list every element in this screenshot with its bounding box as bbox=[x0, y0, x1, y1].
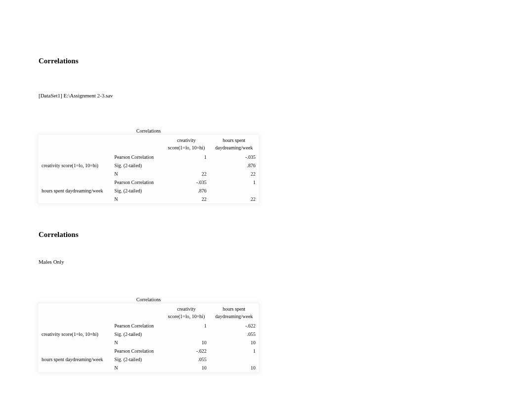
stat-label-n: N bbox=[111, 364, 163, 372]
cell-value: 1 bbox=[210, 347, 259, 355]
table-row: hours spent daydreaming/week Pearson Cor… bbox=[39, 347, 259, 355]
blank-header bbox=[111, 304, 163, 322]
stat-label-n: N bbox=[111, 195, 163, 203]
cell-value bbox=[164, 161, 210, 170]
cell-value: 1 bbox=[210, 178, 259, 187]
cell-value: 10 bbox=[164, 364, 210, 372]
table-header-row: creativity score(1=lo, 10=hi) hours spen… bbox=[39, 135, 259, 153]
table-row: creativity score(1=lo, 10=hi) Pearson Co… bbox=[39, 153, 259, 161]
stat-label-sig: Sig. (2-tailed) bbox=[111, 161, 163, 170]
blank-header bbox=[111, 135, 163, 153]
cell-value: 22 bbox=[164, 170, 210, 178]
cell-value: -.035 bbox=[164, 178, 210, 187]
cell-value: .876 bbox=[164, 187, 210, 195]
row-var-label: creativity score(1=lo, 10=hi) bbox=[39, 153, 111, 178]
table-row: creativity score(1=lo, 10=hi) Pearson Co… bbox=[39, 322, 259, 330]
page-content: Correlations [DataSet1] E:\Assignment 2-… bbox=[39, 0, 488, 372]
cell-value: 10 bbox=[210, 364, 259, 372]
cell-value: 22 bbox=[164, 195, 210, 203]
blank-header bbox=[39, 135, 111, 153]
blank-header bbox=[39, 304, 111, 322]
row-var-label: creativity score(1=lo, 10=hi) bbox=[39, 322, 111, 347]
col-header-daydreaming: hours spent daydreaming/week bbox=[210, 304, 259, 322]
cell-value: .055 bbox=[164, 355, 210, 364]
stat-label-pearson: Pearson Correlation bbox=[111, 322, 163, 330]
col-header-daydreaming: hours spent daydreaming/week bbox=[210, 135, 259, 153]
correlations-table-1-wrap: Correlations creativity score(1=lo, 10=h… bbox=[39, 128, 259, 203]
row-var-label: hours spent daydreaming/week bbox=[39, 178, 111, 203]
stat-label-n: N bbox=[111, 170, 163, 178]
stat-label-pearson: Pearson Correlation bbox=[111, 178, 163, 187]
bottom-fade bbox=[0, 405, 525, 420]
correlations-table-2: creativity score(1=lo, 10=hi) hours spen… bbox=[39, 304, 259, 372]
stat-label-sig: Sig. (2-tailed) bbox=[111, 330, 163, 338]
stat-label-pearson: Pearson Correlation bbox=[111, 153, 163, 161]
cell-value: 1 bbox=[164, 153, 210, 161]
correlations-table-1: creativity score(1=lo, 10=hi) hours spen… bbox=[39, 135, 259, 203]
cell-value: -.035 bbox=[210, 153, 259, 161]
section1-heading: Correlations bbox=[39, 57, 488, 65]
cell-value: 10 bbox=[210, 338, 259, 347]
cell-value: .876 bbox=[210, 161, 259, 170]
table-row: hours spent daydreaming/week Pearson Cor… bbox=[39, 178, 259, 187]
cell-value: .055 bbox=[210, 330, 259, 338]
cell-value bbox=[210, 187, 259, 195]
cell-value: 10 bbox=[164, 338, 210, 347]
correlations-table-2-wrap: Correlations creativity score(1=lo, 10=h… bbox=[39, 297, 259, 372]
stat-label-sig: Sig. (2-tailed) bbox=[111, 355, 163, 364]
cell-value: -.622 bbox=[164, 347, 210, 355]
cell-value: 22 bbox=[210, 195, 259, 203]
table-header-row: creativity score(1=lo, 10=hi) hours spen… bbox=[39, 304, 259, 322]
row-var-label: hours spent daydreaming/week bbox=[39, 347, 111, 372]
dataset-line: [DataSet1] E:\Assignment 2-3.sav bbox=[39, 93, 488, 98]
col-header-creativity: creativity score(1=lo, 10=hi) bbox=[164, 135, 210, 153]
table2-title: Correlations bbox=[39, 297, 259, 304]
cell-value: 22 bbox=[210, 170, 259, 178]
cell-value bbox=[210, 355, 259, 364]
section2-subtitle: Males Only bbox=[39, 259, 488, 265]
cell-value: -.622 bbox=[210, 322, 259, 330]
stat-label-sig: Sig. (2-tailed) bbox=[111, 187, 163, 195]
col-header-creativity: creativity score(1=lo, 10=hi) bbox=[164, 304, 210, 322]
stat-label-n: N bbox=[111, 338, 163, 347]
stat-label-pearson: Pearson Correlation bbox=[111, 347, 163, 355]
table1-title: Correlations bbox=[39, 128, 259, 135]
cell-value bbox=[164, 330, 210, 338]
cell-value: 1 bbox=[164, 322, 210, 330]
section2-heading: Correlations bbox=[39, 231, 488, 239]
